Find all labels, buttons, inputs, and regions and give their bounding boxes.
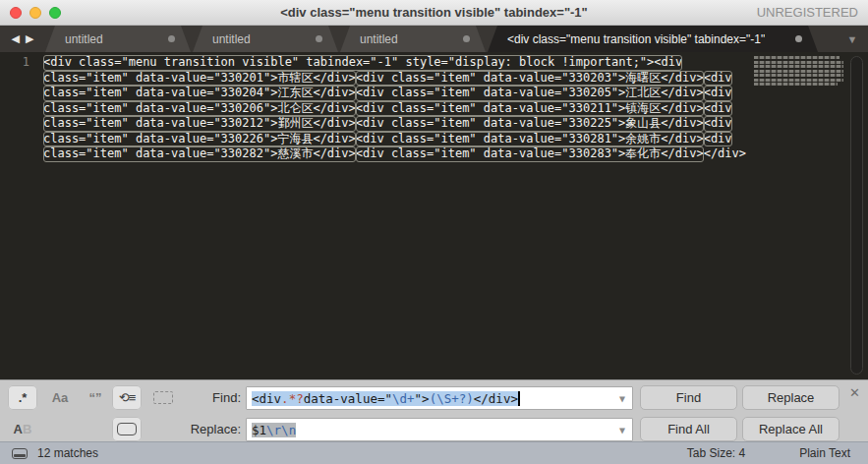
text-caret	[518, 391, 520, 406]
modified-dot-icon[interactable]	[463, 35, 470, 42]
replace-all-button[interactable]: Replace All	[742, 417, 839, 441]
tab[interactable]: untitled	[340, 26, 486, 52]
replace-button[interactable]: Replace	[742, 385, 839, 410]
preserve-case-toggle-button[interactable]: AB	[8, 417, 37, 441]
line-number	[0, 71, 43, 87]
find-match-segment: <div	[704, 86, 732, 101]
whole-word-icon: “”	[89, 390, 102, 405]
find-match-segment: <div	[704, 71, 732, 87]
minimap-line	[754, 56, 839, 59]
find-match-segment: <div class="item" data-value="330211">镇海…	[356, 101, 704, 117]
match-count-label: 12 matches	[37, 446, 98, 460]
tab-label: <div class="menu transition visible" tab…	[507, 32, 765, 46]
find-match-segment: class="item" data-value="330201">市辖区</di…	[43, 71, 356, 87]
code-text: </div>	[704, 146, 746, 162]
regex-token: .*?	[281, 391, 304, 406]
status-bar: 12 matches Tab Size: 4 Plain Text	[0, 441, 868, 464]
tab-label: untitled	[360, 32, 398, 46]
regex-token: $1	[252, 423, 266, 437]
find-all-button[interactable]: Find All	[640, 417, 737, 441]
find-match-segment: <div	[704, 101, 732, 117]
case-sensitive-icon: Aa	[52, 390, 69, 405]
tab[interactable]: untitled	[193, 26, 338, 52]
code-line[interactable]: class="item" data-value="330206">北仑区</di…	[0, 101, 868, 117]
find-match-segment: class="item" data-value="330226">宁海县</di…	[43, 132, 356, 147]
syntax-indicator[interactable]: Plain Text	[799, 446, 850, 460]
minimap-line	[754, 83, 838, 86]
minimap-line	[754, 65, 843, 68]
window-title: <div class="menu transition visible" tab…	[0, 5, 868, 20]
tab-bar: ◀ ▶ untitleduntitleduntitled<div class="…	[0, 26, 868, 52]
wrap-toggle-button[interactable]: ⟲≡	[112, 385, 142, 410]
line-number	[0, 146, 43, 162]
find-match-segment: class="item" data-value="330204">江东区</di…	[43, 86, 356, 101]
nav-forward-icon[interactable]: ▶	[26, 32, 33, 45]
code-line[interactable]: class="item" data-value="330226">宁海县</di…	[0, 132, 868, 147]
regex-token: ">	[415, 391, 430, 406]
find-match-segment: <div	[704, 132, 732, 147]
modified-dot-icon[interactable]	[316, 35, 322, 42]
code-line[interactable]: 1<div class="menu transition visible" ta…	[0, 55, 868, 71]
find-match-segment: <div class="item" data-value="330205">江北…	[356, 86, 704, 101]
find-match-segment: <div	[704, 116, 732, 132]
traffic-lights	[10, 7, 61, 19]
find-match-segment: class="item" data-value="330212">鄞州区</di…	[43, 116, 356, 132]
case-sensitive-toggle-button[interactable]: Aa	[45, 385, 75, 410]
replace-input[interactable]: $1\r\n ▼	[246, 418, 633, 441]
regex-toggle-button[interactable]: .*	[8, 385, 37, 410]
line-number	[0, 86, 43, 101]
panel-toggle-icon[interactable]	[12, 448, 28, 459]
highlight-matches-toggle-button[interactable]	[112, 417, 142, 441]
find-button[interactable]: Find	[640, 385, 737, 410]
minimize-window-button[interactable]	[29, 7, 41, 19]
find-match-segment: <div class="item" data-value="330281">余姚…	[356, 132, 704, 147]
find-label: Find:	[147, 385, 241, 410]
find-match-segment: <div class="item" data-value="330225">象山…	[356, 116, 704, 132]
code-line[interactable]: class="item" data-value="330212">鄞州区</di…	[0, 116, 868, 132]
find-match-segment: class="item" data-value="330282">慈溪市</di…	[43, 146, 356, 162]
find-match-segment: <div class="menu transition visible" tab…	[43, 55, 682, 71]
regex-token: (\S+?)	[430, 391, 474, 406]
tab-active[interactable]: <div class="menu transition visible" tab…	[488, 26, 818, 52]
minimap-line	[754, 70, 843, 73]
find-history-dropdown-icon[interactable]: ▼	[619, 393, 625, 404]
wrap-icon: ⟲≡	[119, 390, 135, 405]
editor-area[interactable]: 1<div class="menu transition visible" ta…	[0, 52, 868, 379]
find-match-segment: <div class="item" data-value="330203">海曙…	[356, 71, 704, 87]
modified-dot-icon[interactable]	[168, 35, 175, 42]
find-match-segment: <div class="item" data-value="330283">奉化…	[356, 146, 704, 162]
code-line[interactable]: class="item" data-value="330204">江东区</di…	[0, 86, 868, 101]
replace-label: Replace:	[147, 417, 241, 441]
line-number: 1	[0, 55, 43, 71]
tab-label: untitled	[212, 32, 251, 46]
close-window-button[interactable]	[10, 7, 22, 19]
regex-icon: .*	[19, 390, 28, 405]
close-panel-icon[interactable]: ✕	[849, 385, 860, 400]
find-replace-panel: .* Aa “” ⟲≡ AB Find: Replace: <div.*?dat…	[0, 379, 868, 441]
whole-word-toggle-button[interactable]: “”	[82, 385, 109, 410]
minimap-line	[754, 79, 843, 82]
nav-back-icon[interactable]: ◀	[12, 32, 20, 45]
regex-token: \r\n	[266, 423, 296, 437]
code-line[interactable]: class="item" data-value="330282">慈溪市</di…	[0, 146, 868, 162]
tab[interactable]: untitled	[45, 26, 191, 52]
replace-input-value: $1\r\n	[252, 423, 296, 437]
vertical-scrollbar[interactable]	[850, 56, 863, 375]
find-input[interactable]: <div.*?data-value="\d+">(\S+?)</div> ▼	[246, 386, 633, 410]
tab-overflow-icon[interactable]: ▼	[837, 26, 868, 52]
code-line[interactable]: class="item" data-value="330201">市辖区</di…	[0, 71, 868, 87]
zoom-window-button[interactable]	[49, 7, 61, 19]
line-number	[0, 132, 43, 147]
code-lines: 1<div class="menu transition visible" ta…	[0, 55, 868, 162]
preserve-case-icon-b: B	[23, 422, 31, 436]
regex-token: </div>	[474, 391, 518, 406]
tab-size-indicator[interactable]: Tab Size: 4	[687, 446, 745, 460]
modified-dot-icon[interactable]	[795, 35, 802, 42]
line-number	[0, 116, 43, 132]
replace-history-dropdown-icon[interactable]: ▼	[619, 425, 625, 435]
minimap[interactable]	[754, 56, 843, 87]
tab-nav: ◀ ▶	[0, 26, 45, 52]
minimap-line	[754, 74, 843, 77]
tab-label: untitled	[65, 32, 103, 46]
minimap-line	[754, 61, 843, 64]
